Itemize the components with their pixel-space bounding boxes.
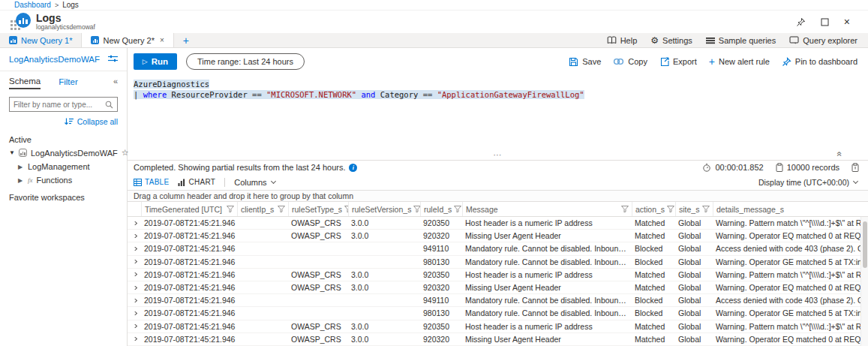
tree-item-log-management[interactable]: ▶ LogManagement <box>0 160 127 173</box>
sample-queries-button[interactable]: Sample queries <box>706 36 776 45</box>
cell-rulesetversion: 3.0.0 <box>348 322 420 331</box>
breadcrumb-separator: > <box>55 2 59 9</box>
table-icon <box>134 179 142 186</box>
cell-details: Warning. Operator GE matched 5 at TX:inb… <box>713 257 860 266</box>
table-row[interactable]: 2019-07-08T21:45:21.946 OWASP_CRS 3.0.0 … <box>128 217 868 230</box>
column-header-clientip[interactable]: clientIp_s <box>237 202 288 216</box>
tab-filter[interactable]: Filter <box>59 74 78 89</box>
caret-right-icon[interactable]: ▶ <box>18 164 24 170</box>
cell-timegenerated: 2019-07-08T21:45:21.946 <box>141 218 237 227</box>
active-section-label: Active <box>0 129 127 146</box>
maximize-icon[interactable] <box>821 18 829 26</box>
caret-right-icon[interactable]: ▶ <box>18 177 24 184</box>
tab-close-icon[interactable]: × <box>160 36 164 44</box>
filter-icon[interactable] <box>413 206 420 212</box>
filter-icon[interactable] <box>227 206 234 212</box>
row-expand-icon[interactable] <box>131 247 137 251</box>
filter-icon[interactable] <box>454 206 461 212</box>
table-row[interactable]: 2019-07-08T21:45:21.946 980130 Mandatory… <box>128 256 868 269</box>
table-row[interactable]: 2019-07-08T21:45:21.946 980130 Mandatory… <box>128 307 868 320</box>
column-header-timegenerated[interactable]: TimeGenerated [UTC] <box>141 202 237 216</box>
table-view-button[interactable]: TABLE <box>134 178 169 186</box>
row-expand-icon[interactable] <box>131 234 137 238</box>
pin-to-dashboard-button[interactable]: Pin to dashboard <box>782 57 857 67</box>
cell-message: Missing User Agent Header <box>462 335 632 344</box>
copy-results-icon[interactable] <box>851 163 859 172</box>
time-range-picker[interactable]: Time range: Last 24 hours <box>186 53 305 70</box>
table-row[interactable]: 2019-07-08T21:45:21.946 OWASP_CRS 3.0.0 … <box>128 333 868 346</box>
cell-ruleid: 920350 <box>420 322 462 331</box>
table-row[interactable]: 2019-07-08T21:45:21.946 OWASP_CRS 3.0.0 … <box>128 230 868 242</box>
vertical-scrollbar[interactable] <box>860 217 868 346</box>
query-explorer-button[interactable]: Query explorer <box>789 36 857 45</box>
splitter-handle-icon[interactable]: ⋯ <box>494 150 503 160</box>
tab-new-query-2[interactable]: New Query 2* × <box>81 33 173 47</box>
row-expand-icon[interactable] <box>131 260 137 263</box>
collapse-sidebar-icon[interactable]: « <box>113 77 118 86</box>
cell-action: Blocked <box>632 244 675 253</box>
filter-icon[interactable] <box>621 206 629 212</box>
cell-timegenerated: 2019-07-08T21:45:21.946 <box>141 244 237 253</box>
info-icon[interactable]: i <box>349 164 357 172</box>
save-button[interactable]: Save <box>569 57 601 67</box>
table-row[interactable]: 2019-07-08T21:45:21.946 949110 Mandatory… <box>128 294 868 307</box>
cell-rulesettype: OWASP_CRS <box>288 231 348 240</box>
breadcrumb-dashboard-link[interactable]: Dashboard <box>14 1 51 9</box>
new-tab-button[interactable]: + <box>174 33 198 47</box>
query-editor[interactable]: AzureDiagnostics| where ResourceProvider… <box>128 75 868 150</box>
workspace-icon <box>19 149 27 157</box>
chart-view-button[interactable]: CHART <box>178 178 215 186</box>
filter-icon[interactable] <box>667 206 674 212</box>
pin-icon[interactable] <box>796 17 806 27</box>
cell-timegenerated: 2019-07-08T21:45:21.946 <box>141 283 237 292</box>
row-expand-icon[interactable] <box>131 272 137 276</box>
caret-down-icon[interactable]: ▼ <box>9 149 15 156</box>
help-button[interactable]: Help <box>607 36 638 45</box>
tab-schema[interactable]: Schema <box>9 74 41 89</box>
tree-item-workspace[interactable]: ▼ LogAnalyticsDemoWAF ☆ <box>0 146 127 160</box>
row-expand-icon[interactable] <box>131 299 137 302</box>
columns-dropdown[interactable]: Columns <box>234 178 275 187</box>
workspace-selector[interactable]: LogAnalyticsDemoWAF <box>9 55 100 64</box>
filter-icon[interactable] <box>278 206 285 212</box>
column-header-details[interactable]: details_message_s <box>713 202 860 216</box>
query-tab-icon <box>91 36 99 44</box>
row-expand-icon[interactable] <box>131 337 137 341</box>
play-icon: ▷ <box>143 58 148 65</box>
editor-results-splitter[interactable]: ⋯ « <box>128 150 868 160</box>
tab-new-query-1[interactable]: New Query 1* <box>0 33 81 47</box>
tree-item-functions[interactable]: ▶ fx Functions <box>0 173 127 187</box>
collapse-editor-icon[interactable]: « <box>835 152 845 157</box>
row-expand-icon[interactable] <box>131 221 137 225</box>
filter-icon[interactable] <box>702 206 710 212</box>
run-button[interactable]: ▷ Run <box>134 53 177 70</box>
cell-details: Warning. Pattern match \"^[\\\\d.:]+$\" … <box>713 270 860 279</box>
table-row[interactable]: 2019-07-08T21:45:21.946 949110 Mandatory… <box>128 242 868 255</box>
scrollbar-thumb[interactable] <box>863 221 867 268</box>
column-header-site[interactable]: site_s <box>675 202 713 216</box>
cell-rulesettype: OWASP_CRS <box>288 218 348 227</box>
table-row[interactable]: 2019-07-08T21:45:21.946 OWASP_CRS 3.0.0 … <box>128 320 868 333</box>
display-time-dropdown[interactable]: Display time (UTC+00:00) <box>758 178 857 187</box>
copy-button[interactable]: Copy <box>613 57 647 66</box>
table-row[interactable]: 2019-07-08T21:45:21.946 OWASP_CRS 3.0.0 … <box>128 281 868 294</box>
workspace-settings-icon[interactable] <box>108 55 118 65</box>
column-header-action[interactable]: action_s <box>632 202 675 216</box>
settings-button[interactable]: ⚙ Settings <box>650 36 692 45</box>
close-icon[interactable]: × <box>844 17 850 27</box>
record-count: 10000 records <box>776 163 839 172</box>
schema-filter-input[interactable] <box>14 101 105 109</box>
new-alert-rule-button[interactable]: + New alert rule <box>709 56 770 67</box>
row-expand-icon[interactable] <box>131 286 137 290</box>
column-header-message[interactable]: Message <box>462 202 632 216</box>
group-by-drop-zone[interactable]: Drag a column header and drop it here to… <box>128 190 868 202</box>
row-expand-icon[interactable] <box>131 324 137 328</box>
column-header-ruleid[interactable]: ruleId_s <box>420 202 462 216</box>
collapse-all-button[interactable]: Collapse all <box>0 112 127 129</box>
page-title: Logs <box>36 13 95 24</box>
column-header-rulesettype[interactable]: ruleSetType_s <box>288 202 348 216</box>
table-row[interactable]: 2019-07-08T21:45:21.946 OWASP_CRS 3.0.0 … <box>128 269 868 281</box>
row-expand-icon[interactable] <box>131 311 137 315</box>
export-button[interactable]: Export <box>659 57 697 67</box>
column-header-rulesetversion[interactable]: ruleSetVersion_s <box>348 202 420 216</box>
